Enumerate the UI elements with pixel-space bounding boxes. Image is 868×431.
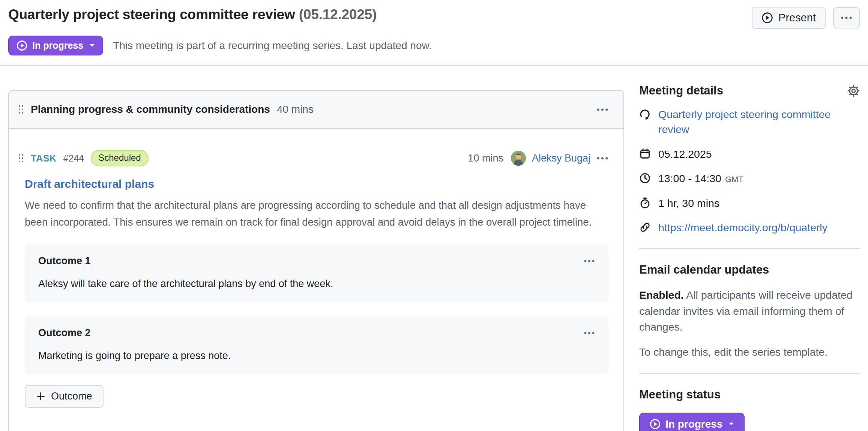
section-drag-handle[interactable] — [18, 105, 24, 114]
time-range: 13:00 - 14:30 — [658, 172, 721, 184]
content-columns: Planning progress & community considerat… — [8, 84, 860, 431]
task-duration: 10 mins — [468, 153, 503, 164]
date-row: 05.12.2025 — [639, 147, 860, 162]
plus-icon — [36, 392, 45, 401]
header-overflow-button[interactable] — [833, 7, 860, 28]
section-overflow-button[interactable] — [596, 108, 608, 111]
email-updates-heading: Email calendar updates — [639, 263, 860, 277]
status-badge-label: In progress — [32, 40, 83, 51]
task-description: We need to confirm that the architectura… — [25, 197, 608, 230]
kebab-icon — [596, 108, 608, 111]
grip-icon — [18, 153, 24, 163]
status-badge-dropdown[interactable]: In progress — [8, 36, 103, 55]
calendar-icon — [639, 148, 651, 160]
outcome-label: Outcome 1 — [38, 255, 91, 267]
outcome-card: Outcome 2 Marketing is going to prepare … — [25, 315, 608, 374]
task-meta-right: 10 mins Aleksy Bugaj — [468, 151, 608, 166]
outcome-card: Outcome 1 Aleksy will take care of the a… — [25, 243, 608, 302]
time-row: 13:00 - 14:30GMT — [639, 171, 860, 186]
email-updates-note: To change this, edit the series template… — [639, 344, 860, 360]
task-number: #244 — [63, 153, 84, 164]
outcome-header: Outcome 1 — [38, 255, 595, 267]
meeting-status-heading: Meeting status — [639, 388, 860, 401]
add-outcome-label: Outcome — [51, 391, 92, 402]
sidebar-divider — [639, 248, 860, 249]
task-title-link[interactable]: Draft architectural plans — [25, 178, 154, 190]
meeting-status-dropdown[interactable]: In progress — [639, 413, 745, 431]
task-drag-handle[interactable] — [18, 153, 24, 163]
header-divider — [0, 65, 868, 66]
assignee-link[interactable]: Aleksy Bugaj — [532, 153, 590, 164]
meeting-page: Quarterly project steering committee rev… — [0, 0, 868, 431]
email-updates-body: Enabled. All participants will receive u… — [639, 287, 860, 335]
outcome-overflow-button[interactable] — [584, 331, 595, 335]
page-title-date: (05.12.2025) — [299, 7, 377, 22]
clock-icon — [639, 172, 651, 184]
play-icon — [650, 419, 661, 430]
task-overflow-button[interactable] — [596, 157, 608, 160]
page-header: Quarterly project steering committee rev… — [8, 0, 860, 29]
recurring-series-note: This meeting is part of a recurring meet… — [113, 40, 432, 52]
header-actions: Present — [752, 7, 860, 29]
meeting-duration: 1 hr, 30 mins — [658, 196, 719, 211]
grip-icon — [18, 105, 24, 114]
play-icon — [761, 12, 773, 24]
outcome-header: Outcome 2 — [38, 327, 595, 339]
meeting-status-row: In progress This meeting is part of a re… — [8, 36, 860, 55]
section-title: Planning progress & community considerat… — [31, 103, 270, 115]
kebab-icon — [584, 259, 595, 263]
page-title-text: Quarterly project steering committee rev… — [8, 7, 295, 22]
url-row: https://meet.democity.org/b/quaterly — [639, 220, 860, 235]
meeting-sidebar: Meeting details Quarterly — [639, 84, 860, 431]
iteration-icon — [639, 108, 651, 120]
agenda-section-header: Planning progress & community considerat… — [9, 91, 623, 129]
task-type-label: TASK — [31, 153, 57, 164]
kebab-icon — [584, 331, 595, 335]
series-row: Quarterly project steering committee rev… — [639, 107, 860, 137]
meeting-details-header: Meeting details — [639, 84, 860, 97]
task-content: Draft architectural plans We need to con… — [25, 166, 608, 408]
kebab-icon — [841, 12, 852, 24]
section-duration: 40 mins — [277, 103, 314, 115]
meeting-date: 05.12.2025 — [658, 147, 712, 162]
meeting-status-label: In progress — [665, 418, 722, 430]
avatar-image — [511, 151, 526, 166]
email-updates-status: Enabled. — [639, 289, 684, 301]
play-icon — [17, 40, 27, 51]
meeting-url-link[interactable]: https://meet.democity.org/b/quaterly — [658, 220, 827, 235]
task-meta-row: TASK #244 Scheduled 10 mins — [18, 150, 608, 166]
present-button-label: Present — [778, 12, 816, 24]
agenda-section-card: Planning progress & community considerat… — [8, 90, 624, 431]
outcome-text: Marketing is going to prepare a press no… — [38, 350, 595, 362]
duration-row: 1 hr, 30 mins — [639, 196, 860, 211]
kebab-icon — [596, 157, 608, 160]
gear-icon — [847, 85, 860, 97]
assignee-avatar[interactable] — [511, 151, 526, 166]
task-status-badge: Scheduled — [91, 150, 148, 166]
outcome-label: Outcome 2 — [38, 327, 91, 339]
chevron-down-icon — [728, 422, 734, 426]
outcome-text: Aleksy will take care of the architectur… — [38, 278, 595, 290]
meeting-time: 13:00 - 14:30GMT — [658, 171, 743, 186]
series-link[interactable]: Quarterly project steering committee rev… — [658, 107, 860, 137]
link-icon — [639, 221, 651, 233]
present-button[interactable]: Present — [752, 7, 826, 29]
outcome-overflow-button[interactable] — [584, 259, 595, 263]
meeting-settings-button[interactable] — [847, 85, 860, 97]
stopwatch-icon — [639, 197, 651, 209]
meeting-details-heading: Meeting details — [639, 84, 723, 97]
agenda-section-body: TASK #244 Scheduled 10 mins — [9, 129, 623, 416]
sidebar-divider — [639, 373, 860, 374]
timezone-label: GMT — [725, 175, 743, 184]
page-title: Quarterly project steering committee rev… — [8, 7, 377, 22]
chevron-down-icon — [89, 43, 95, 48]
add-outcome-button[interactable]: Outcome — [25, 385, 104, 408]
